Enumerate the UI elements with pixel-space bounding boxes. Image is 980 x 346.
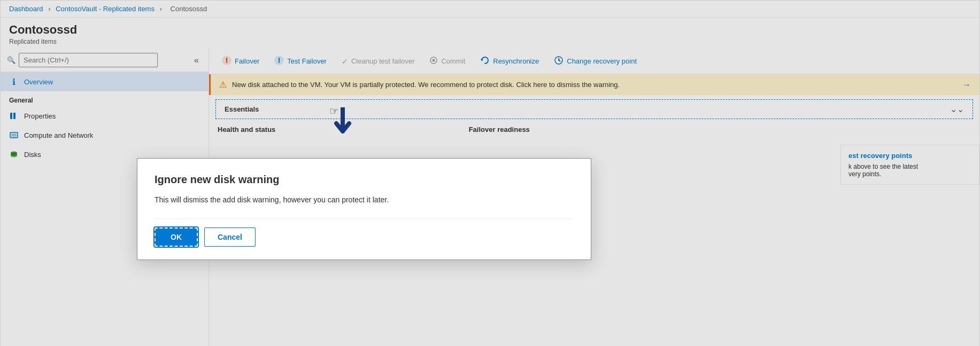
modal-cancel-button[interactable]: Cancel xyxy=(204,227,256,247)
modal-title: Ignore new disk warning xyxy=(155,174,574,186)
page-wrapper: Dashboard › ContosoVault - Replicated it… xyxy=(0,0,980,346)
modal-ok-button[interactable]: OK xyxy=(155,227,198,247)
modal-body: This will dismiss the add disk warning, … xyxy=(155,194,574,206)
modal-dialog: Ignore new disk warning This will dismis… xyxy=(137,158,591,260)
modal-footer: OK Cancel xyxy=(155,218,574,247)
